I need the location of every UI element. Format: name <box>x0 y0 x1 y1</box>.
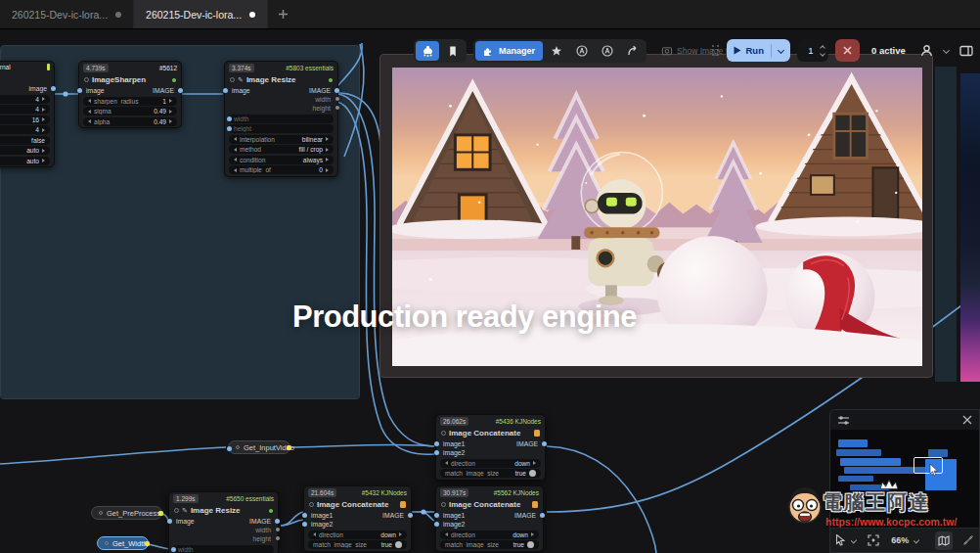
batch-count-stepper[interactable]: 1 <box>797 39 828 62</box>
node-image-concatenate-a[interactable]: 26.062s#5436 KJNodes Image Concatenate i… <box>435 414 546 481</box>
output-slot[interactable] <box>540 513 545 518</box>
output-slot[interactable] <box>276 528 280 531</box>
increment-arrow-icon[interactable] <box>533 461 536 465</box>
node-widget[interactable]: alpha0.49 <box>83 117 177 126</box>
node-vae-decode[interactable]: #5508 LTXVideo-Internal AE Decode image … <box>0 61 55 167</box>
collapse-icon[interactable] <box>441 431 446 436</box>
node-widget[interactable]: sigma0.49 <box>83 107 177 115</box>
input-slot[interactable] <box>434 441 439 446</box>
drag-handle[interactable] <box>712 45 720 57</box>
new-tab-button[interactable] <box>268 0 297 28</box>
increment-arrow-icon[interactable] <box>169 99 172 103</box>
decrement-arrow-icon[interactable] <box>88 99 91 103</box>
collapse-icon[interactable] <box>105 541 109 545</box>
output-slot[interactable] <box>287 445 291 450</box>
output-slot[interactable] <box>335 97 339 101</box>
node-get-input-video[interactable]: Get_InputVideo <box>228 440 290 454</box>
node-toggle[interactable]: match_image_sizetrue <box>440 540 539 549</box>
increment-arrow-icon[interactable] <box>326 137 329 141</box>
node-widget[interactable]: interpolationbilinear <box>229 135 334 144</box>
link-visibility-button[interactable] <box>962 534 974 546</box>
run-button[interactable]: Run <box>727 39 790 62</box>
node-widget[interactable]: 4 <box>0 105 50 114</box>
decrement-arrow-icon[interactable] <box>445 461 448 465</box>
collapse-icon[interactable] <box>84 77 89 82</box>
decrement-chevron-icon[interactable] <box>820 51 825 57</box>
zoom-level[interactable]: 66% <box>891 535 909 545</box>
decrement-arrow-icon[interactable] <box>445 532 448 536</box>
output-slot[interactable] <box>276 536 280 540</box>
user-menu-button[interactable] <box>917 41 937 61</box>
toggle-knob[interactable] <box>529 470 536 477</box>
input-slot[interactable] <box>77 88 82 93</box>
increment-arrow-icon[interactable] <box>42 108 45 112</box>
input-slot[interactable] <box>302 513 307 518</box>
node-image-resize-bottom[interactable]: 1.299s#5650 essentials ✎Image Resize ima… <box>168 491 279 553</box>
user-menu-chevron-icon[interactable] <box>943 47 950 54</box>
increment-arrow-icon[interactable] <box>169 110 172 114</box>
increment-arrow-icon[interactable] <box>42 159 45 162</box>
output-slot[interactable] <box>178 88 183 93</box>
stop-button[interactable] <box>835 39 860 62</box>
decrement-arrow-icon[interactable] <box>234 148 237 152</box>
close-icon[interactable] <box>962 415 972 425</box>
decrement-arrow-icon[interactable] <box>234 137 237 141</box>
node-image-concatenate-c[interactable]: 30.917s#5562 KJNodes Image Concatenate i… <box>435 485 544 552</box>
theme-paint-button[interactable] <box>416 41 439 61</box>
node-get-preprocess[interactable]: Get_PreProcess <box>91 506 162 520</box>
node-widget[interactable]: auto <box>0 157 50 165</box>
input-slot[interactable] <box>434 450 439 455</box>
increment-arrow-icon[interactable] <box>326 148 329 152</box>
node-input-widget[interactable]: width <box>229 115 334 123</box>
node-widget[interactable]: directiondown <box>440 530 539 539</box>
output-slot[interactable] <box>408 513 413 518</box>
decrement-arrow-icon[interactable] <box>234 168 237 172</box>
increment-arrow-icon[interactable] <box>42 117 45 121</box>
run-options-chevron-icon[interactable] <box>778 47 784 54</box>
custom-nodes-button[interactable] <box>570 41 594 61</box>
input-slot[interactable] <box>223 88 228 93</box>
output-slot[interactable] <box>51 86 56 91</box>
output-slot[interactable] <box>335 106 339 110</box>
node-image-sharpen[interactable]: 4.739s#5612 ImageSharpen imageIMAGE shar… <box>78 61 182 128</box>
node-widget[interactable]: directiondown <box>308 530 407 539</box>
increment-arrow-icon[interactable] <box>169 119 172 123</box>
decrement-arrow-icon[interactable] <box>234 158 237 161</box>
node-widget[interactable]: 16 <box>0 115 50 124</box>
toggle-knob[interactable] <box>395 541 402 548</box>
input-slot[interactable] <box>171 547 176 552</box>
collapse-icon[interactable] <box>174 508 179 513</box>
increment-arrow-icon[interactable] <box>531 532 534 536</box>
node-image-resize-top[interactable]: 3.374s#5803 essentials ✎Image Resize ima… <box>224 61 338 177</box>
decrement-arrow-icon[interactable] <box>88 110 91 114</box>
input-slot[interactable] <box>434 513 439 518</box>
collapse-icon[interactable] <box>99 511 103 515</box>
tool-chevron-icon[interactable] <box>851 537 858 544</box>
node-toggle[interactable]: match_image_sizetrue <box>440 469 541 478</box>
increment-arrow-icon[interactable] <box>42 149 45 153</box>
decrement-arrow-icon[interactable] <box>313 532 316 536</box>
node-widget[interactable]: auto <box>0 146 50 155</box>
filter-sliders-icon[interactable] <box>837 415 850 426</box>
collapse-icon[interactable] <box>236 445 240 449</box>
node-widget[interactable]: directiondown <box>440 459 541 468</box>
sidebar-toggle-button[interactable] <box>956 41 977 61</box>
output-slot[interactable] <box>334 88 339 93</box>
fit-view-button[interactable] <box>868 534 879 546</box>
collapse-icon[interactable] <box>309 502 314 507</box>
increment-arrow-icon[interactable] <box>42 128 45 132</box>
node-toggle[interactable]: false <box>0 136 50 145</box>
output-slot[interactable] <box>158 511 163 516</box>
favorites-button[interactable] <box>545 41 568 61</box>
increment-arrow-icon[interactable] <box>326 158 329 161</box>
node-toggle[interactable]: match_image_sizetrue <box>308 540 407 549</box>
input-slot[interactable] <box>227 126 232 131</box>
node-widget[interactable]: conditionalways <box>229 156 334 164</box>
output-slot[interactable] <box>275 519 280 524</box>
output-slot[interactable] <box>145 541 150 546</box>
node-input-widget[interactable]: width <box>173 545 274 553</box>
models-button[interactable] <box>596 41 619 61</box>
minimap-toggle-button[interactable] <box>935 531 953 550</box>
increment-arrow-icon[interactable] <box>42 97 45 101</box>
share-button[interactable] <box>621 41 645 61</box>
